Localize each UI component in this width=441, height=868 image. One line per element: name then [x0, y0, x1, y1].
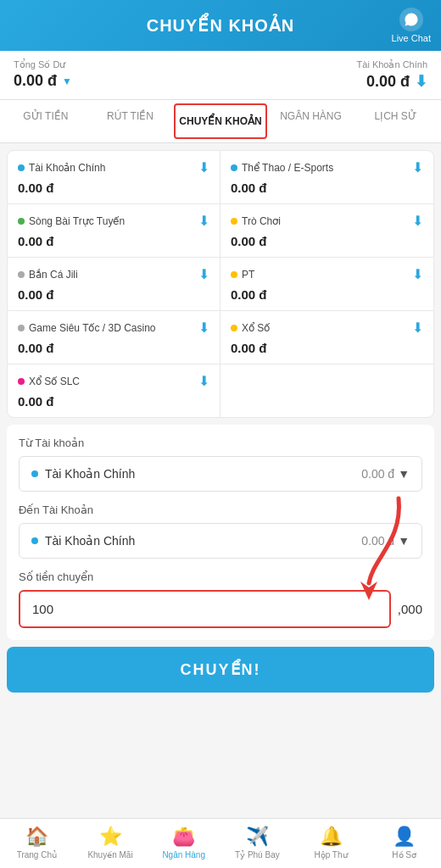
account-amount-5: 0.00 đ: [231, 287, 423, 302]
account-name-1: Thể Thao / E-Sports: [242, 162, 333, 174]
account-dot-1: [231, 164, 237, 171]
account-name-2: Sòng Bài Trực Tuyến: [29, 215, 125, 227]
account-amount-3: 0.00 đ: [231, 234, 423, 248]
accounts-grid: Tài Khoản Chính ⬇ 0.00 đ Thể Thao / E-Sp…: [7, 150, 434, 418]
account-download-0[interactable]: ⬇: [198, 159, 209, 175]
account-amount-8: 0.00 đ: [18, 394, 209, 409]
to-dot: [31, 537, 38, 544]
user-icon: 👤: [393, 826, 416, 848]
account-cell-2: Sòng Bài Trực Tuyến ⬇ 0.00 đ: [8, 204, 220, 258]
account-dot-0: [18, 164, 25, 171]
main-account-download-icon[interactable]: ⬇: [415, 72, 427, 91]
bottom-nav-ty-phu-bay[interactable]: ✈️ Tỷ Phú Bay: [220, 826, 294, 860]
account-amount-6: 0.00 đ: [18, 341, 209, 355]
account-dot-4: [18, 271, 25, 278]
from-account-name: Tài Khoản Chính: [45, 467, 135, 481]
header: CHUYỂN KHOẢN Live Chat: [0, 0, 441, 51]
main-account-value: 0.00 đ: [366, 73, 410, 91]
account-name-4: Bắn Cá Jili: [29, 269, 78, 281]
account-name-7: Xổ Số: [242, 322, 270, 334]
tab-ngan-hang[interactable]: NGÂN HÀNG: [269, 100, 354, 142]
account-amount-2: 0.00 đ: [18, 234, 209, 248]
total-balance-value: 0.00 đ: [14, 72, 57, 90]
bottom-nav-ho-so[interactable]: 👤 Hồ Sơ: [367, 826, 441, 860]
account-download-6[interactable]: ⬇: [198, 320, 209, 336]
amount-suffix: ,000: [398, 602, 422, 616]
account-cell-5: PT ⬇ 0.00 đ: [220, 258, 433, 311]
account-download-8[interactable]: ⬇: [198, 373, 209, 389]
plane-icon: ✈️: [246, 826, 269, 848]
total-balance: Tổng Số Dư 0.00 đ ▼: [14, 59, 72, 91]
account-amount-7: 0.00 đ: [231, 341, 423, 355]
bottom-nav-trang-chu[interactable]: 🏠 Trang Chủ: [0, 826, 74, 860]
amount-input[interactable]: [19, 590, 391, 628]
from-account-select-right: 0.00 đ ▼: [361, 467, 410, 481]
to-account-select-right: 0.00 đ ▼: [361, 534, 410, 548]
account-download-7[interactable]: ⬇: [412, 320, 423, 336]
transfer-form: Từ Tài khoản Tài Khoản Chính 0.00 đ ▼ Đế…: [7, 425, 434, 640]
account-cell-0: Tài Khoản Chính ⬇ 0.00 đ: [8, 151, 220, 204]
from-account-select[interactable]: Tài Khoản Chính 0.00 đ ▼: [19, 456, 422, 492]
from-dropdown-icon: ▼: [398, 467, 410, 481]
balance-dropdown-icon[interactable]: ▼: [62, 75, 72, 87]
account-dot-8: [18, 378, 25, 385]
main-account-balance: Tài Khoản Chính 0.00 đ ⬇: [357, 59, 427, 91]
from-account-select-left: Tài Khoản Chính: [31, 467, 135, 481]
home-icon: 🏠: [25, 826, 48, 848]
account-dot-6: [18, 325, 25, 331]
account-amount-0: 0.00 đ: [18, 181, 209, 195]
live-chat-icon: [399, 8, 423, 31]
tab-gui-tien[interactable]: GỬI TIỀN: [3, 100, 88, 142]
account-download-4[interactable]: ⬇: [198, 266, 209, 282]
tab-chuyen-khoan[interactable]: CHUYỂN KHOẢN: [174, 103, 266, 139]
bottom-nav-hop-thu[interactable]: 🔔 Hộp Thư: [294, 826, 368, 860]
account-download-2[interactable]: ⬇: [198, 213, 209, 229]
bottom-nav-ngan-hang[interactable]: 👛 Ngân Hàng: [147, 826, 220, 860]
account-amount-1: 0.00 đ: [231, 181, 423, 195]
account-download-5[interactable]: ⬇: [412, 266, 423, 282]
account-cell-8: Xổ Số SLC ⬇ 0.00 đ: [8, 364, 220, 417]
bottom-nav: 🏠 Trang Chủ ⭐ Khuyến Mãi 👛 Ngân Hàng ✈️ …: [0, 818, 441, 868]
account-dot-3: [231, 218, 237, 225]
wallet-icon: 👛: [172, 826, 195, 848]
from-account-amount: 0.00 đ: [361, 467, 394, 481]
bottom-nav-khuyen-mai[interactable]: ⭐ Khuyến Mãi: [74, 826, 148, 860]
tab-rut-tien[interactable]: RÚT TIỀN: [88, 100, 173, 142]
bottom-nav-label-4: Hộp Thư: [314, 850, 347, 860]
bottom-nav-label-3: Tỷ Phú Bay: [235, 850, 280, 860]
account-name-8: Xổ Số SLC: [29, 376, 80, 387]
bottom-nav-label-1: Khuyến Mãi: [87, 850, 132, 860]
account-cell-3: Trò Chơi ⬇ 0.00 đ: [220, 204, 433, 258]
total-balance-label: Tổng Số Dư: [14, 59, 72, 70]
tab-lich-su[interactable]: LỊCH SỬ: [353, 100, 438, 142]
nav-tabs: GỬI TIỀN RÚT TIỀN CHUYỂN KHOẢN NGÂN HÀNG…: [0, 100, 441, 143]
to-account-label: Đến Tài Khoản: [19, 504, 422, 516]
account-download-1[interactable]: ⬇: [412, 159, 423, 175]
to-account-select-left: Tài Khoản Chính: [31, 534, 135, 548]
from-account-label: Từ Tài khoản: [19, 437, 422, 449]
amount-input-row: ,000: [19, 590, 422, 628]
bottom-nav-label-2: Ngân Hàng: [162, 850, 205, 860]
header-title: CHUYỂN KHOẢN: [147, 15, 295, 36]
amount-label: Số tiền chuyển: [19, 570, 422, 583]
live-chat-button[interactable]: Live Chat: [392, 8, 431, 43]
account-dot-2: [18, 218, 25, 225]
to-account-select[interactable]: Tài Khoản Chính 0.00 đ ▼: [19, 523, 422, 559]
bottom-nav-label-0: Trang Chủ: [17, 850, 57, 860]
account-name-6: Game Siêu Tốc / 3D Casino: [29, 322, 156, 334]
transfer-button[interactable]: CHUYỂN!: [7, 647, 434, 693]
live-chat-label: Live Chat: [392, 33, 431, 43]
account-name-0: Tài Khoản Chính: [29, 162, 105, 174]
to-account-amount: 0.00 đ: [361, 534, 394, 548]
account-cell-4: Bắn Cá Jili ⬇ 0.00 đ: [8, 258, 220, 311]
main-account-label: Tài Khoản Chính: [357, 59, 427, 70]
balance-bar: Tổng Số Dư 0.00 đ ▼ Tài Khoản Chính 0.00…: [0, 51, 441, 100]
account-cell-7: Xổ Số ⬇ 0.00 đ: [220, 311, 433, 364]
bottom-nav-label-5: Hồ Sơ: [392, 850, 416, 860]
bell-icon: 🔔: [320, 826, 343, 848]
account-dot-5: [231, 271, 237, 278]
to-account-name: Tài Khoản Chính: [45, 534, 135, 548]
account-cell-6: Game Siêu Tốc / 3D Casino ⬇ 0.00 đ: [8, 311, 220, 364]
account-download-3[interactable]: ⬇: [412, 213, 423, 229]
from-dot: [31, 470, 38, 477]
